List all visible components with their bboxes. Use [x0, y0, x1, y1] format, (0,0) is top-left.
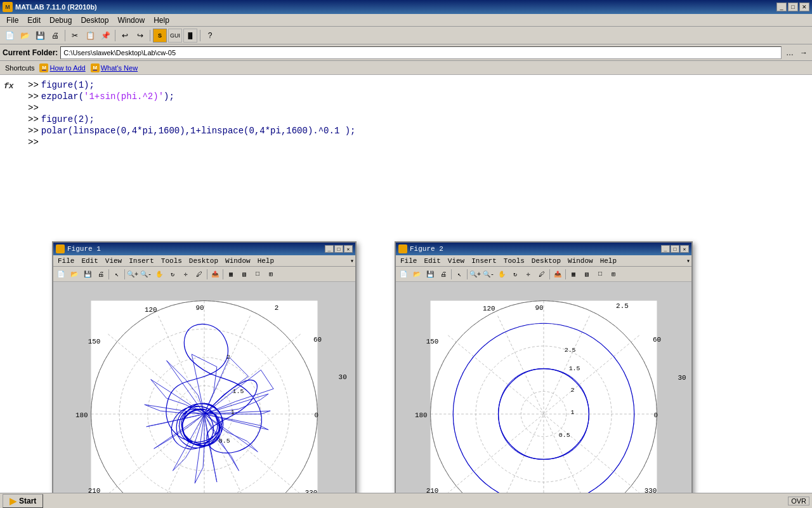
menu-debug[interactable]: Debug	[46, 15, 75, 26]
minimize-button[interactable]: _	[776, 3, 787, 11]
redo-button[interactable]: ↪	[133, 29, 147, 43]
fig2-menu-edit[interactable]: Edit	[421, 257, 443, 265]
fig2-rotate[interactable]: ↻	[509, 268, 521, 281]
fig2-r15-label: 1.5	[569, 365, 580, 372]
close-button[interactable]: ✕	[799, 3, 809, 11]
titlebar-title: MATLAB 7.11.0 (R2010b)	[15, 3, 97, 11]
prompt-5: >>	[28, 126, 39, 136]
fig2-pan[interactable]: ✋	[495, 268, 508, 281]
fig1-view4[interactable]: ⊞	[265, 268, 277, 281]
fig1-menu-desktop[interactable]: Desktop	[186, 257, 221, 265]
profiler-button[interactable]: ▐▌	[183, 29, 197, 43]
fig1-menu-insert[interactable]: Insert	[126, 257, 157, 265]
maximize-button[interactable]: □	[788, 3, 798, 11]
fig1-save[interactable]: 💾	[81, 268, 94, 281]
fig2-menu-window[interactable]: Window	[565, 257, 596, 265]
figure1-minimize[interactable]: _	[325, 245, 334, 253]
fig2-print[interactable]: 🖨	[437, 268, 450, 281]
fig1-menu-tools[interactable]: Tools	[158, 257, 185, 265]
save-button[interactable]: 💾	[33, 29, 47, 43]
fig2-view1[interactable]: ▦	[567, 268, 580, 281]
figure1-maximize[interactable]: □	[334, 245, 343, 253]
command-window[interactable]: fx >> figure(1); >> ezpolar('1+sin(phi.^…	[0, 75, 812, 493]
fig1-brush[interactable]: 🖊	[193, 268, 206, 281]
fig1-cursor[interactable]: ↖	[110, 268, 123, 281]
fig2-view3[interactable]: □	[594, 268, 606, 281]
undo-button[interactable]: ↩	[118, 29, 132, 43]
fig2-brush[interactable]: 🖊	[535, 268, 548, 281]
guide-button[interactable]: GUI	[168, 29, 182, 43]
fig1-collapse[interactable]: ▾	[350, 257, 354, 265]
fig1-datacursor[interactable]: ✛	[180, 268, 192, 281]
fig1-zoom-in[interactable]: 🔍+	[126, 268, 139, 281]
fig1-r15-label: 1.5	[233, 388, 244, 395]
fig2-menu-help[interactable]: Help	[597, 257, 620, 265]
open-button[interactable]: 📂	[18, 29, 32, 43]
fig2-zoom-in[interactable]: 🔍+	[469, 268, 481, 281]
how-to-add-link[interactable]: M How to Add	[39, 64, 85, 72]
figure1-title: Figure 1	[67, 245, 101, 253]
figure2-minimize[interactable]: _	[661, 245, 670, 253]
fig2-menu-file[interactable]: File	[397, 257, 420, 265]
start-button[interactable]: ▶ Start	[3, 494, 43, 508]
fig2-menu-tools[interactable]: Tools	[501, 257, 528, 265]
fig1-menu-file[interactable]: File	[55, 257, 77, 265]
figure1-window: Figure 1 _ □ ✕ File Edit View Insert Too…	[52, 241, 357, 493]
fig1-export[interactable]: 📤	[209, 268, 221, 281]
figure1-controls[interactable]: _ □ ✕	[325, 245, 353, 253]
fig2-view2[interactable]: ▧	[580, 268, 593, 281]
fig2-export[interactable]: 📤	[551, 268, 564, 281]
navigate-button[interactable]: →	[798, 47, 809, 58]
help-button[interactable]: ?	[203, 29, 217, 43]
fig2-label-210: 210	[426, 487, 439, 493]
fig2-datacursor[interactable]: ✛	[522, 268, 535, 281]
fig2-menu-view[interactable]: View	[445, 257, 468, 265]
menu-file[interactable]: File	[3, 15, 22, 26]
cut-button[interactable]: ✂	[68, 29, 82, 43]
figure1-title-left: Figure 1	[56, 244, 101, 253]
fx-button[interactable]: fx	[0, 80, 18, 92]
menu-desktop[interactable]: Desktop	[77, 15, 112, 26]
fig2-cursor[interactable]: ↖	[453, 268, 466, 281]
new-file-button[interactable]: 📄	[3, 29, 16, 43]
cmd-text-2: ezpolar('1+sin(phi.^2)');	[41, 91, 174, 102]
whats-new-link[interactable]: M What's New	[91, 64, 138, 72]
fig1-menu-help[interactable]: Help	[254, 257, 277, 265]
fig1-pan[interactable]: ✋	[153, 268, 166, 281]
fig2-r1-label: 1	[571, 409, 575, 416]
titlebar-controls[interactable]: _ □ ✕	[776, 3, 809, 11]
figure2-close[interactable]: ✕	[680, 245, 689, 253]
menu-edit[interactable]: Edit	[23, 15, 44, 26]
fig2-view4[interactable]: ⊞	[607, 268, 620, 281]
fig1-view1[interactable]: ▦	[225, 268, 237, 281]
fig2-menu-insert[interactable]: Insert	[468, 257, 500, 265]
figure1-close[interactable]: ✕	[344, 245, 353, 253]
fig1-view2[interactable]: ▧	[238, 268, 251, 281]
fig2-collapse[interactable]: ▾	[686, 257, 690, 265]
matlab-icon: M	[3, 2, 13, 12]
browse-button[interactable]: …	[784, 47, 796, 58]
print-button[interactable]: 🖨	[48, 29, 62, 43]
fig2-menu-desktop[interactable]: Desktop	[528, 257, 564, 265]
fig1-view3[interactable]: □	[251, 268, 264, 281]
fig1-print[interactable]: 🖨	[95, 268, 107, 281]
fig2-open[interactable]: 📂	[410, 268, 423, 281]
fig1-menu-edit[interactable]: Edit	[78, 257, 101, 265]
fig1-rotate[interactable]: ↻	[166, 268, 179, 281]
paste-button[interactable]: 📌	[98, 29, 112, 43]
figure2-maximize[interactable]: □	[671, 245, 679, 253]
fig1-zoom-out[interactable]: 🔍-	[140, 268, 152, 281]
simulink-button[interactable]: S	[153, 29, 167, 43]
menu-window[interactable]: Window	[114, 15, 148, 26]
fig2-new[interactable]: 📄	[397, 268, 410, 281]
fig1-menu-window[interactable]: Window	[222, 257, 254, 265]
fig1-open[interactable]: 📂	[68, 268, 81, 281]
copy-button[interactable]: 📋	[83, 29, 97, 43]
figure2-controls[interactable]: _ □ ✕	[661, 245, 689, 253]
fig2-zoom-out[interactable]: 🔍-	[482, 268, 495, 281]
menu-help[interactable]: Help	[150, 15, 173, 26]
fig1-new[interactable]: 📄	[55, 268, 67, 281]
current-folder-input[interactable]	[60, 46, 782, 59]
fig1-menu-view[interactable]: View	[102, 257, 125, 265]
fig2-save[interactable]: 💾	[424, 268, 436, 281]
